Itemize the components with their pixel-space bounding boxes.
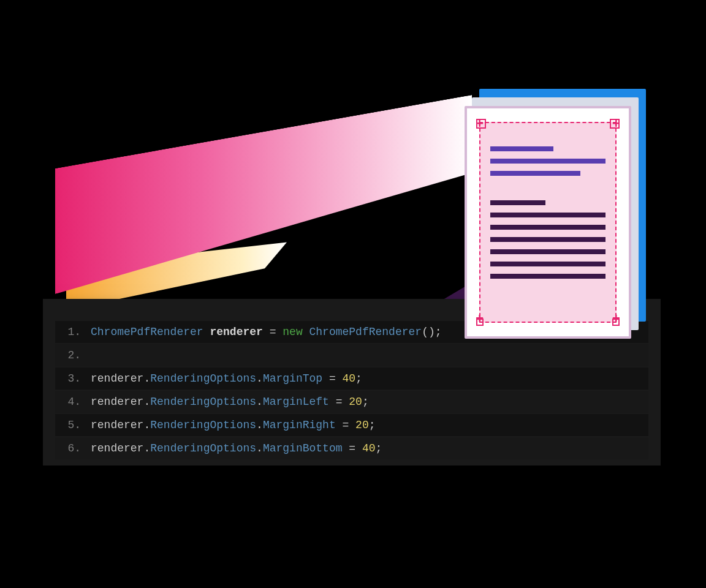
line-number: 1. [58,321,91,343]
code-token: . [143,419,150,431]
code-token: RenderingOptions [150,419,256,431]
code-token: MarginTop [263,372,322,385]
code-token: ; [362,396,369,408]
code-token: . [143,372,150,385]
line-number: 3. [58,368,91,390]
code-token: . [143,442,150,454]
code-token: renderer [210,326,262,338]
code-token: = [336,419,355,431]
code-token: ; [355,372,362,385]
doc-text-lines [490,146,605,286]
code-token: renderer [91,372,143,385]
code-token: renderer [91,419,143,431]
code-token: RenderingOptions [150,372,256,385]
code-content: ChromePdfRenderer renderer = new ChromeP… [91,321,442,343]
code-token: . [143,396,150,408]
corner-plus-icon: + [476,313,484,326]
code-token: renderer [91,396,143,408]
code-content: renderer.RenderingOptions.MarginRight = … [91,414,376,436]
code-token: = [343,442,362,454]
doc-sheet-front: + + + + [465,106,631,339]
code-token: = [329,396,349,408]
code-token: RenderingOptions [150,396,256,408]
line-number: 5. [58,414,91,436]
code-content: renderer.RenderingOptions.MarginLeft = 2… [91,391,369,413]
code-token: . [256,372,263,385]
code-line: 2. [55,344,648,366]
document-stack-illustration: + + + + [465,89,648,334]
code-token: ; [376,442,382,454]
code-token [303,326,309,338]
code-token: renderer [91,442,143,454]
code-line: 4.renderer.RenderingOptions.MarginLeft =… [55,391,648,413]
code-token: 20 [349,396,362,408]
code-token: . [256,419,263,431]
code-token: ChromePdfRenderer [309,326,422,338]
code-token: MarginLeft [263,396,329,408]
code-line: 3.renderer.RenderingOptions.MarginTop = … [55,368,648,390]
code-token: 40 [343,372,356,385]
code-token: 20 [355,419,369,431]
code-content: renderer.RenderingOptions.MarginTop = 40… [91,368,362,390]
code-token: = [322,372,342,385]
code-token: MarginRight [263,419,336,431]
line-number: 2. [58,344,91,366]
code-token: ChromePdfRenderer [91,326,203,338]
code-line: 6.renderer.RenderingOptions.MarginBottom… [55,437,648,459]
code-content: renderer.RenderingOptions.MarginBottom =… [91,437,382,459]
code-token: RenderingOptions [150,442,256,454]
code-token: 40 [362,442,376,454]
corner-plus-icon: + [612,313,620,326]
code-token: ; [369,419,376,431]
code-line: 5.renderer.RenderingOptions.MarginRight … [55,414,648,436]
code-token: . [256,442,263,454]
line-number: 4. [58,391,91,413]
code-token: = [263,326,283,338]
code-token: (); [422,326,441,338]
code-token: MarginBottom [263,442,343,454]
code-token: new [283,326,302,338]
code-token: . [256,396,263,408]
corner-plus-icon: + [476,118,484,132]
code-token [203,326,210,338]
corner-plus-icon: + [612,118,620,132]
line-number: 6. [58,437,91,459]
